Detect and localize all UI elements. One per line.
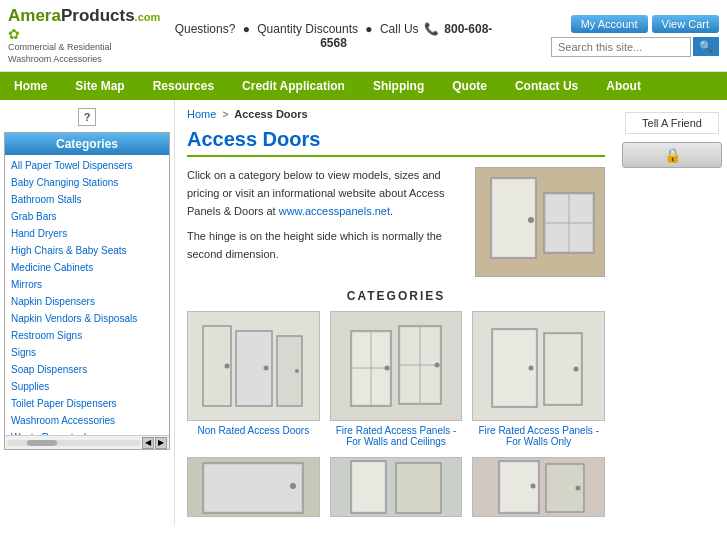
product-2-3 [472, 457, 605, 517]
product-fire-walls-only-label[interactable]: Fire Rated Access Panels - For Walls Onl… [472, 425, 605, 447]
lock-icon: 🔒 [664, 147, 681, 163]
product-fire-walls-only-image [472, 311, 605, 421]
search-row: 🔍 [551, 37, 719, 57]
product-2-3-image [472, 457, 605, 517]
cat-napkin-dispensers[interactable]: Napkin Dispensers [5, 293, 169, 310]
product-grid2 [187, 457, 605, 517]
cat-grab-bars[interactable]: Grab Bars [5, 208, 169, 225]
cat-soap-dispensers[interactable]: Soap Dispensers [5, 361, 169, 378]
right-column: Home > Access Doors Access Doors Click o… [175, 100, 617, 525]
svg-point-26 [528, 366, 533, 371]
nav-shipping[interactable]: Shipping [359, 72, 438, 100]
nav-sitemap[interactable]: Site Map [61, 72, 138, 100]
tell-a-friend: Tell A Friend [625, 112, 719, 134]
nav-contact-us[interactable]: Contact Us [501, 72, 592, 100]
top-buttons: My Account View Cart [571, 15, 719, 33]
svg-rect-35 [396, 463, 441, 513]
my-account-button[interactable]: My Account [571, 15, 648, 33]
content-wrapper: ? Categories All Paper Towel Dispensers … [0, 100, 727, 525]
logo: AmeraProducts.com ✿ [8, 6, 168, 42]
cat-bathroom-stalls[interactable]: Bathroom Stalls [5, 191, 169, 208]
cat-hand-dryers[interactable]: Hand Dryers [5, 225, 169, 242]
product-fire-walls-ceil: Fire Rated Access Panels - For Walls and… [330, 311, 463, 447]
logo-area: AmeraProducts.com ✿ Commercial & Residen… [8, 6, 168, 65]
product-non-rated-image [187, 311, 320, 421]
description: Click on a category below to view models… [187, 167, 465, 277]
cat-baby-changing[interactable]: Baby Changing Stations [5, 174, 169, 191]
tell-a-friend-panel: Tell A Friend 🔒 [617, 100, 727, 525]
view-cart-button[interactable]: View Cart [652, 15, 719, 33]
cat-toilet-paper[interactable]: Toilet Paper Dispensers [5, 395, 169, 412]
svg-rect-34 [353, 463, 384, 511]
categories-box: Categories All Paper Towel Dispensers Ba… [4, 132, 170, 450]
top-image-placeholder [475, 167, 605, 277]
top-section: Click on a category below to view models… [187, 167, 605, 277]
categories-list: All Paper Towel Dispensers Baby Changing… [5, 155, 169, 435]
page-title: Access Doors [187, 128, 605, 157]
cat-all-paper-towel[interactable]: All Paper Towel Dispensers [5, 157, 169, 174]
product-grid: Non Rated Access Doors [187, 311, 605, 447]
categories-title: Categories [5, 133, 169, 155]
product-fire-walls-ceil-label[interactable]: Fire Rated Access Panels - For Walls and… [330, 425, 463, 447]
header-center: Questions? ● Quantity Discounts ● Call U… [168, 22, 499, 50]
top-image [475, 167, 605, 277]
product-2-2-image [330, 457, 463, 517]
svg-point-29 [573, 367, 578, 372]
access-door-image [476, 168, 604, 276]
svg-rect-31 [205, 465, 301, 511]
svg-rect-2 [493, 180, 534, 256]
logo-text: AmeraProducts.com [8, 6, 160, 25]
cat-high-chairs[interactable]: High Chairs & Baby Seats [5, 242, 169, 259]
cat-supplies[interactable]: Supplies [5, 378, 169, 395]
scroll-left-arrow[interactable]: ◀ [142, 437, 154, 449]
breadcrumb-current: Access Doors [234, 108, 307, 120]
svg-point-32 [290, 483, 296, 489]
cat-washroom-accessories[interactable]: Washroom Accessories [5, 412, 169, 429]
cat-restroom-signs[interactable]: Restroom Signs [5, 327, 169, 344]
logo-tagline: Commercial & Residential Washroom Access… [8, 42, 168, 65]
cat-signs[interactable]: Signs [5, 344, 169, 361]
product-2-2 [330, 457, 463, 517]
product-non-rated: Non Rated Access Doors [187, 311, 320, 447]
navbar: Home Site Map Resources Credit Applicati… [0, 72, 727, 100]
svg-point-40 [575, 486, 580, 491]
main-content: Home > Access Doors Access Doors Click o… [175, 100, 617, 525]
product-2-1 [187, 457, 320, 517]
nav-home[interactable]: Home [0, 72, 61, 100]
header: AmeraProducts.com ✿ Commercial & Residen… [0, 0, 727, 72]
nav-resources[interactable]: Resources [139, 72, 228, 100]
scroll-track[interactable] [7, 440, 140, 446]
scrollbar-area: ◀ ▶ [5, 435, 169, 449]
cat-napkin-vendors[interactable]: Napkin Vendors & Disposals [5, 310, 169, 327]
search-button[interactable]: 🔍 [693, 37, 719, 56]
svg-point-18 [385, 366, 390, 371]
svg-point-38 [530, 484, 535, 489]
product-fire-walls-only: Fire Rated Access Panels - For Walls Onl… [472, 311, 605, 447]
svg-point-23 [435, 363, 440, 368]
nav-about[interactable]: About [592, 72, 655, 100]
product-non-rated-label[interactable]: Non Rated Access Doors [187, 425, 320, 436]
svg-point-9 [225, 364, 230, 369]
help-icon[interactable]: ? [78, 108, 96, 126]
scroll-thumb[interactable] [27, 440, 57, 446]
svg-point-3 [528, 217, 534, 223]
sidebar: ? Categories All Paper Towel Dispensers … [0, 100, 175, 525]
scroll-right-arrow[interactable]: ▶ [155, 437, 167, 449]
nav-quote[interactable]: Quote [438, 72, 501, 100]
scroll-arrows: ◀ ▶ [142, 437, 167, 449]
cat-mirrors[interactable]: Mirrors [5, 276, 169, 293]
search-input[interactable] [551, 37, 691, 57]
svg-point-11 [264, 366, 269, 371]
nav-credit-application[interactable]: Credit Application [228, 72, 359, 100]
categories-section-label: CATEGORIES [187, 289, 605, 303]
breadcrumb: Home > Access Doors [187, 108, 605, 120]
lock-button[interactable]: 🔒 [622, 142, 722, 168]
product-fire-walls-ceil-image [330, 311, 463, 421]
lock-area: 🔒 [621, 142, 723, 168]
breadcrumb-home[interactable]: Home [187, 108, 216, 120]
product-2-1-image [187, 457, 320, 517]
svg-point-13 [295, 369, 299, 373]
header-right: My Account View Cart 🔍 [499, 15, 719, 57]
cat-medicine-cabinets[interactable]: Medicine Cabinets [5, 259, 169, 276]
accesspanels-link[interactable]: www.accesspanels.net [279, 205, 390, 217]
